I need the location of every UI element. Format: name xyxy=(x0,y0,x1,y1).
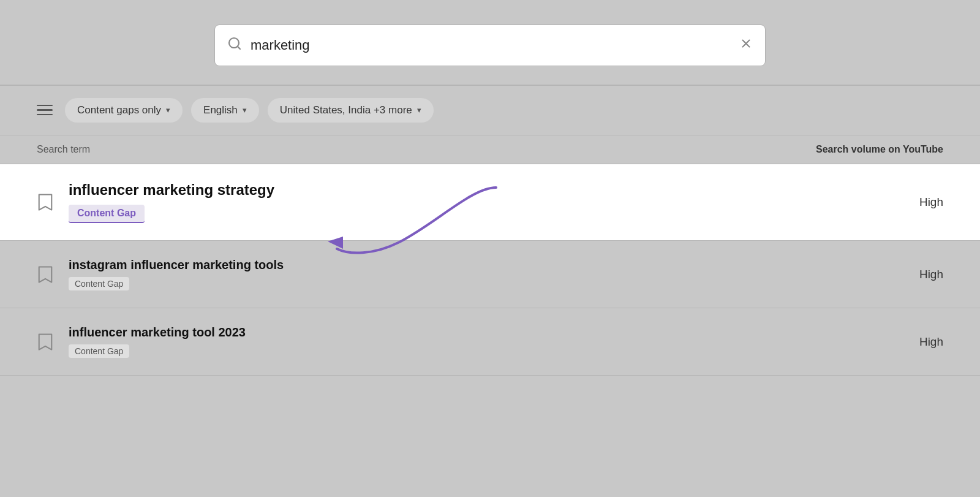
search-area xyxy=(0,0,980,85)
row-2-volume: High xyxy=(870,268,943,281)
row-2-title: instagram influencer marketing tools xyxy=(69,258,870,272)
row-1-badge: Content Gap xyxy=(69,205,145,223)
clear-search-button[interactable] xyxy=(739,37,753,54)
table-rows: influencer marketing strategy Content Ga… xyxy=(0,164,980,376)
language-filter[interactable]: English ▾ xyxy=(191,98,259,123)
chevron-down-icon: ▾ xyxy=(243,105,247,115)
content-gaps-label: Content gaps only xyxy=(77,104,161,116)
svg-line-1 xyxy=(238,47,240,49)
row-2-badge: Content Gap xyxy=(69,277,129,290)
table-row: influencer marketing strategy Content Ga… xyxy=(0,164,980,241)
row-2-content: instagram influencer marketing tools Con… xyxy=(69,258,870,290)
bookmark-icon[interactable] xyxy=(37,332,54,352)
chevron-down-icon: ▾ xyxy=(417,105,421,115)
table-row: influencer marketing tool 2023 Content G… xyxy=(0,308,980,376)
filter-bar: Content gaps only ▾ English ▾ United Sta… xyxy=(0,86,980,135)
table-row: instagram influencer marketing tools Con… xyxy=(0,241,980,308)
filter-menu-icon[interactable] xyxy=(37,105,53,116)
row-1-content: influencer marketing strategy Content Ga… xyxy=(69,181,870,223)
row-1-title: influencer marketing strategy xyxy=(69,181,870,199)
content-gaps-filter[interactable]: Content gaps only ▾ xyxy=(65,98,183,123)
row-3-content: influencer marketing tool 2023 Content G… xyxy=(69,325,870,358)
chevron-down-icon: ▾ xyxy=(166,105,170,115)
row-3-badge: Content Gap xyxy=(69,344,129,358)
col-volume-header: Search volume on YouTube xyxy=(816,144,943,155)
location-label: United States, India +3 more xyxy=(280,104,412,116)
search-icon xyxy=(227,36,242,55)
search-input[interactable] xyxy=(251,37,731,53)
row-1-volume: High xyxy=(870,195,943,209)
col-search-term-header: Search term xyxy=(37,144,90,155)
location-filter[interactable]: United States, India +3 more ▾ xyxy=(268,98,434,123)
row-3-volume: High xyxy=(870,335,943,349)
search-box xyxy=(214,25,766,66)
bookmark-icon[interactable] xyxy=(37,192,54,212)
table-header: Search term Search volume on YouTube xyxy=(0,135,980,164)
language-label: English xyxy=(203,104,238,116)
row-3-title: influencer marketing tool 2023 xyxy=(69,325,870,340)
bookmark-icon[interactable] xyxy=(37,265,54,284)
